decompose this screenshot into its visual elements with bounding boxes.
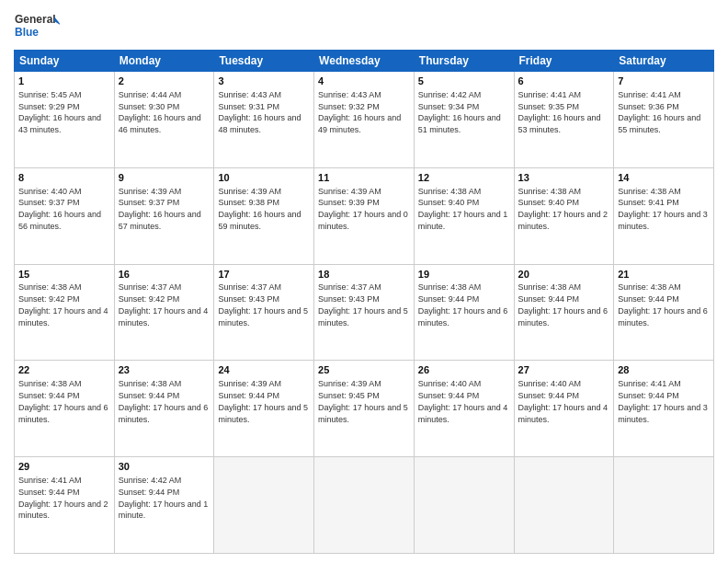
- day-number: 27: [518, 363, 610, 377]
- weekday-header: Thursday: [414, 51, 514, 72]
- day-number: 20: [518, 268, 610, 282]
- day-detail: Sunrise: 4:44 AMSunset: 9:30 PMDaylight:…: [119, 90, 201, 134]
- calendar-day-cell: 18 Sunrise: 4:37 AMSunset: 9:43 PMDaylig…: [314, 264, 415, 361]
- calendar-day-cell: 22 Sunrise: 4:38 AMSunset: 9:44 PMDaylig…: [15, 361, 115, 457]
- weekday-header: Friday: [514, 51, 614, 72]
- day-number: 11: [318, 171, 410, 185]
- day-number: 6: [518, 75, 610, 88]
- day-number: 29: [18, 460, 110, 474]
- calendar-day-cell: [414, 457, 514, 554]
- day-number: 22: [18, 363, 110, 377]
- day-detail: Sunrise: 4:38 AMSunset: 9:44 PMDaylight:…: [518, 282, 609, 327]
- day-detail: Sunrise: 4:41 AMSunset: 9:44 PMDaylight:…: [18, 476, 108, 520]
- day-detail: Sunrise: 4:40 AMSunset: 9:37 PMDaylight:…: [18, 187, 101, 231]
- calendar-day-cell: 30 Sunrise: 4:42 AMSunset: 9:44 PMDaylig…: [114, 457, 214, 554]
- weekday-header: Saturday: [614, 51, 714, 72]
- day-number: 12: [418, 171, 510, 185]
- calendar-day-cell: 9 Sunrise: 4:39 AMSunset: 9:37 PMDayligh…: [114, 167, 214, 264]
- day-detail: Sunrise: 4:38 AMSunset: 9:40 PMDaylight:…: [418, 187, 508, 231]
- day-number: 21: [618, 268, 710, 282]
- day-number: 13: [518, 171, 610, 185]
- day-number: 2: [119, 75, 210, 88]
- day-number: 24: [218, 363, 310, 377]
- calendar-day-cell: [514, 457, 614, 554]
- svg-text:General: General: [15, 13, 56, 26]
- day-detail: Sunrise: 4:42 AMSunset: 9:44 PMDaylight:…: [119, 476, 209, 520]
- calendar-day-cell: 19 Sunrise: 4:38 AMSunset: 9:44 PMDaylig…: [414, 264, 514, 361]
- calendar-day-cell: 8 Sunrise: 4:40 AMSunset: 9:37 PMDayligh…: [15, 167, 115, 264]
- calendar-day-cell: 2 Sunrise: 4:44 AMSunset: 9:30 PMDayligh…: [114, 72, 214, 168]
- calendar-day-cell: 4 Sunrise: 4:43 AMSunset: 9:32 PMDayligh…: [314, 72, 415, 168]
- day-detail: Sunrise: 4:38 AMSunset: 9:44 PMDaylight:…: [119, 379, 209, 423]
- day-number: 16: [119, 268, 210, 282]
- day-detail: Sunrise: 4:39 AMSunset: 9:39 PMDaylight:…: [318, 187, 408, 231]
- day-detail: Sunrise: 4:38 AMSunset: 9:41 PMDaylight:…: [618, 187, 708, 231]
- weekday-header: Monday: [114, 51, 214, 72]
- logo: General Blue: [14, 9, 60, 44]
- day-detail: Sunrise: 4:37 AMSunset: 9:42 PMDaylight:…: [119, 282, 209, 327]
- header: General Blue: [14, 9, 714, 44]
- weekday-header: Sunday: [15, 51, 115, 72]
- day-number: 10: [218, 171, 310, 185]
- calendar-day-cell: 14 Sunrise: 4:38 AMSunset: 9:41 PMDaylig…: [614, 167, 714, 264]
- calendar-day-cell: 21 Sunrise: 4:38 AMSunset: 9:44 PMDaylig…: [614, 264, 714, 361]
- day-number: 26: [418, 363, 510, 377]
- calendar-day-cell: 24 Sunrise: 4:39 AMSunset: 9:44 PMDaylig…: [214, 361, 314, 457]
- calendar-day-cell: 29 Sunrise: 4:41 AMSunset: 9:44 PMDaylig…: [15, 457, 115, 554]
- day-detail: Sunrise: 4:38 AMSunset: 9:44 PMDaylight:…: [418, 282, 508, 327]
- day-number: 9: [119, 171, 210, 185]
- calendar-day-cell: [614, 457, 714, 554]
- calendar-day-cell: 28 Sunrise: 4:41 AMSunset: 9:44 PMDaylig…: [614, 361, 714, 457]
- day-detail: Sunrise: 4:40 AMSunset: 9:44 PMDaylight:…: [418, 379, 508, 423]
- calendar-day-cell: 16 Sunrise: 4:37 AMSunset: 9:42 PMDaylig…: [114, 264, 214, 361]
- day-detail: Sunrise: 4:42 AMSunset: 9:34 PMDaylight:…: [418, 90, 501, 134]
- day-detail: Sunrise: 5:45 AMSunset: 9:29 PMDaylight:…: [18, 90, 101, 134]
- day-number: 19: [418, 268, 510, 282]
- day-detail: Sunrise: 4:39 AMSunset: 9:37 PMDaylight:…: [119, 187, 201, 231]
- day-number: 14: [618, 171, 710, 185]
- day-number: 30: [119, 460, 210, 474]
- day-number: 15: [18, 268, 110, 282]
- day-detail: Sunrise: 4:41 AMSunset: 9:44 PMDaylight:…: [618, 379, 708, 423]
- day-detail: Sunrise: 4:43 AMSunset: 9:31 PMDaylight:…: [218, 90, 301, 134]
- calendar-day-cell: 27 Sunrise: 4:40 AMSunset: 9:44 PMDaylig…: [514, 361, 614, 457]
- day-number: 5: [418, 75, 510, 88]
- day-detail: Sunrise: 4:37 AMSunset: 9:43 PMDaylight:…: [318, 282, 408, 327]
- calendar-day-cell: 26 Sunrise: 4:40 AMSunset: 9:44 PMDaylig…: [414, 361, 514, 457]
- calendar-header-row: SundayMondayTuesdayWednesdayThursdayFrid…: [15, 51, 714, 72]
- weekday-header: Wednesday: [314, 51, 415, 72]
- day-detail: Sunrise: 4:38 AMSunset: 9:44 PMDaylight:…: [618, 282, 708, 327]
- day-number: 25: [318, 363, 410, 377]
- day-detail: Sunrise: 4:39 AMSunset: 9:45 PMDaylight:…: [318, 379, 408, 423]
- logo-svg: General Blue: [14, 9, 60, 44]
- day-number: 1: [18, 75, 110, 88]
- calendar-day-cell: 25 Sunrise: 4:39 AMSunset: 9:45 PMDaylig…: [314, 361, 415, 457]
- calendar-day-cell: 6 Sunrise: 4:41 AMSunset: 9:35 PMDayligh…: [514, 72, 614, 168]
- day-detail: Sunrise: 4:40 AMSunset: 9:44 PMDaylight:…: [518, 379, 609, 423]
- day-detail: Sunrise: 4:39 AMSunset: 9:44 PMDaylight:…: [218, 379, 308, 423]
- day-detail: Sunrise: 4:37 AMSunset: 9:43 PMDaylight:…: [218, 282, 308, 327]
- day-detail: Sunrise: 4:41 AMSunset: 9:36 PMDaylight:…: [618, 90, 700, 134]
- calendar-day-cell: 1 Sunrise: 5:45 AMSunset: 9:29 PMDayligh…: [15, 72, 115, 168]
- calendar-day-cell: 23 Sunrise: 4:38 AMSunset: 9:44 PMDaylig…: [114, 361, 214, 457]
- day-number: 3: [218, 75, 310, 88]
- calendar-week-row: 22 Sunrise: 4:38 AMSunset: 9:44 PMDaylig…: [15, 361, 714, 457]
- day-detail: Sunrise: 4:39 AMSunset: 9:38 PMDaylight:…: [218, 187, 301, 231]
- day-detail: Sunrise: 4:41 AMSunset: 9:35 PMDaylight:…: [518, 90, 601, 134]
- day-detail: Sunrise: 4:43 AMSunset: 9:32 PMDaylight:…: [318, 90, 401, 134]
- calendar-day-cell: 5 Sunrise: 4:42 AMSunset: 9:34 PMDayligh…: [414, 72, 514, 168]
- calendar-day-cell: 17 Sunrise: 4:37 AMSunset: 9:43 PMDaylig…: [214, 264, 314, 361]
- calendar-day-cell: 10 Sunrise: 4:39 AMSunset: 9:38 PMDaylig…: [214, 167, 314, 264]
- calendar-day-cell: 3 Sunrise: 4:43 AMSunset: 9:31 PMDayligh…: [214, 72, 314, 168]
- calendar-day-cell: 20 Sunrise: 4:38 AMSunset: 9:44 PMDaylig…: [514, 264, 614, 361]
- calendar-day-cell: 7 Sunrise: 4:41 AMSunset: 9:36 PMDayligh…: [614, 72, 714, 168]
- day-number: 28: [618, 363, 710, 377]
- day-number: 18: [318, 268, 410, 282]
- calendar-week-row: 29 Sunrise: 4:41 AMSunset: 9:44 PMDaylig…: [15, 457, 714, 554]
- calendar-day-cell: 12 Sunrise: 4:38 AMSunset: 9:40 PMDaylig…: [414, 167, 514, 264]
- day-number: 4: [318, 75, 410, 88]
- page: General Blue SundayMondayTuesdayWednesda…: [0, 0, 728, 563]
- day-number: 17: [218, 268, 310, 282]
- calendar-day-cell: 11 Sunrise: 4:39 AMSunset: 9:39 PMDaylig…: [314, 167, 415, 264]
- weekday-header: Tuesday: [214, 51, 314, 72]
